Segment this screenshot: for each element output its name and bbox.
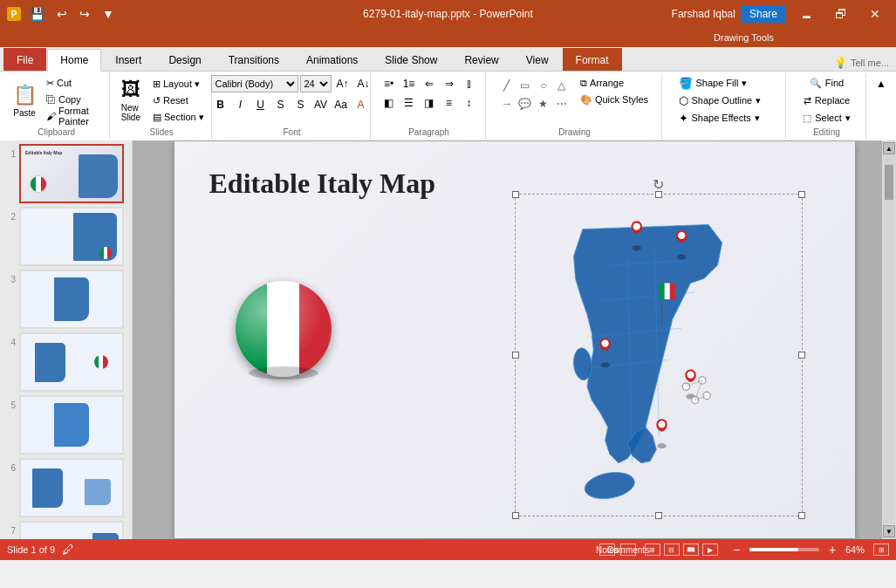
handle-ml[interactable] [512,352,519,359]
font-size-select[interactable]: 24 [300,75,332,92]
decrease-font-button[interactable]: A↓ [354,75,373,92]
slide-thumb-4[interactable]: 4 [3,332,128,392]
zoom-in-button[interactable]: + [823,541,842,558]
layout-button[interactable]: ⊞ Layout▾ [148,76,209,92]
slide-thumb-2[interactable]: 2 [3,207,128,266]
tell-me-box[interactable]: 💡 Tell me... [827,55,896,71]
tab-animations[interactable]: Animations [293,48,371,71]
font-color-button[interactable]: A [352,96,371,113]
slide-thumb-3[interactable]: 3 [3,270,128,329]
slide-1-thumbnail[interactable]: Editable Italy Map [19,144,124,203]
tab-format[interactable]: Format [563,48,622,71]
paste-button[interactable]: 📋 Paste [9,75,40,126]
shape-outline-button[interactable]: ⬡ Shape Outline ▾ [673,92,777,108]
handle-mr[interactable] [798,352,805,359]
tab-review[interactable]: Review [451,48,511,71]
undo-button[interactable]: ↩ [53,5,71,23]
close-button[interactable]: ✕ [861,3,889,24]
shape-more[interactable]: ⋯ [553,95,571,113]
handle-bm[interactable] [655,512,662,519]
tab-slideshow[interactable]: Slide Show [372,48,450,71]
tab-design[interactable]: Design [155,48,214,71]
line-spacing-button[interactable]: ↕ [460,94,479,112]
slide-5-thumbnail[interactable] [19,395,124,455]
shape-line[interactable]: ╱ [498,77,516,94]
shapes-gallery[interactable]: ╱ ▭ ○ △ → 💬 ★ ⋯ [496,75,572,114]
slide-2-thumbnail[interactable] [19,207,124,266]
slide-7-thumbnail[interactable] [19,521,124,539]
italic-button[interactable]: I [231,96,250,113]
handle-tr[interactable] [798,191,805,198]
align-center-button[interactable]: ☰ [400,94,419,112]
restore-button[interactable]: 🗗 [826,3,856,24]
replace-button[interactable]: ⇄ Replace [797,92,856,108]
numbering-button[interactable]: 1≡ [400,75,419,92]
slideshow-button[interactable]: ▶ [702,544,718,556]
cut-button[interactable]: ✂ Cut [42,75,104,91]
handle-tl[interactable] [512,191,519,198]
zoom-slider[interactable] [749,548,819,551]
scroll-down-button[interactable]: ▼ [883,525,895,537]
slide-3-thumbnail[interactable] [19,270,124,329]
handle-bl[interactable] [512,512,519,519]
bullets-button[interactable]: ≡• [380,75,399,92]
strikethrough-button[interactable]: S [271,96,291,113]
shape-star[interactable]: ★ [535,95,552,113]
zoom-out-button[interactable]: − [727,541,746,558]
comments-button[interactable]: Comments [620,544,636,556]
italy-map-svg[interactable] [523,211,768,499]
find-button[interactable]: 🔍 Find [804,75,850,91]
shape-fill-button[interactable]: 🪣 Shape Fill ▾ [673,75,777,91]
slide-thumb-6[interactable]: 6 [3,458,128,517]
scroll-thumb[interactable] [885,165,893,200]
shape-rect[interactable]: ▭ [516,77,534,94]
italy-map-container[interactable]: ↻ [515,194,803,516]
slide-6-thumbnail[interactable] [19,458,124,517]
align-right-button[interactable]: ◨ [420,94,439,112]
section-button[interactable]: ▤ Section▾ [148,109,209,125]
normal-view-button[interactable]: ⊞ [645,544,660,556]
format-painter-button[interactable]: 🖌 Format Painter [42,108,104,124]
slide-thumb-5[interactable]: 5 [3,395,128,455]
justify-button[interactable]: ≡ [440,94,459,112]
scroll-up-button[interactable]: ▲ [883,142,895,154]
arrange-button[interactable]: ⧉ Arrange [576,75,653,91]
slide-canvas[interactable]: Editable Italy Map ↻ [174,141,855,538]
minimize-button[interactable]: 🗕 [791,3,821,24]
increase-font-button[interactable]: A↑ [333,75,352,92]
shape-oval[interactable]: ○ [535,77,552,94]
slide-thumb-1[interactable]: 1 Editable Italy Map [3,144,128,203]
slide-4-thumbnail[interactable] [19,332,124,392]
share-button[interactable]: Share [741,5,786,23]
shape-effects-button[interactable]: ✦ Shape Effects ▾ [673,110,777,126]
decrease-indent-button[interactable]: ⇐ [420,75,439,92]
tab-transitions[interactable]: Transitions [215,48,292,71]
customize-qat-button[interactable]: ▼ [99,5,118,23]
align-left-button[interactable]: ◧ [380,94,399,112]
handle-br[interactable] [798,512,805,519]
slide-thumb-7[interactable]: 7 [3,521,128,539]
underline-button[interactable]: U [251,96,270,113]
shadow-button[interactable]: S [291,96,311,113]
fit-slide-button[interactable]: ⊞ [873,544,889,556]
increase-indent-button[interactable]: ⇒ [440,75,459,92]
save-button[interactable]: 💾 [26,5,48,23]
reading-view-button[interactable]: 📖 [683,544,699,556]
font-name-select[interactable]: Calibri (Body) [211,75,298,92]
change-case-button[interactable]: Aa [332,96,351,113]
select-button[interactable]: ⬚ Select▾ [797,110,857,126]
shape-triangle[interactable]: △ [553,77,571,94]
shape-arrow[interactable]: → [498,95,516,113]
vertical-scrollbar[interactable]: ▲ ▼ [882,140,896,539]
redo-button[interactable]: ↪ [76,5,93,23]
reset-button[interactable]: ↺ Reset [148,92,209,108]
scroll-track[interactable] [885,156,893,523]
handle-tm[interactable] [655,191,662,198]
new-slide-button[interactable]: 🖼 New Slide [115,75,147,126]
tab-insert[interactable]: Insert [102,48,154,71]
tab-file[interactable]: File [3,48,46,71]
slide-sorter-button[interactable]: ⊟ [664,544,680,556]
collapse-ribbon-button[interactable]: ▲ [872,75,891,92]
italy-flag-ball[interactable] [236,281,332,377]
tab-view[interactable]: View [513,48,562,71]
